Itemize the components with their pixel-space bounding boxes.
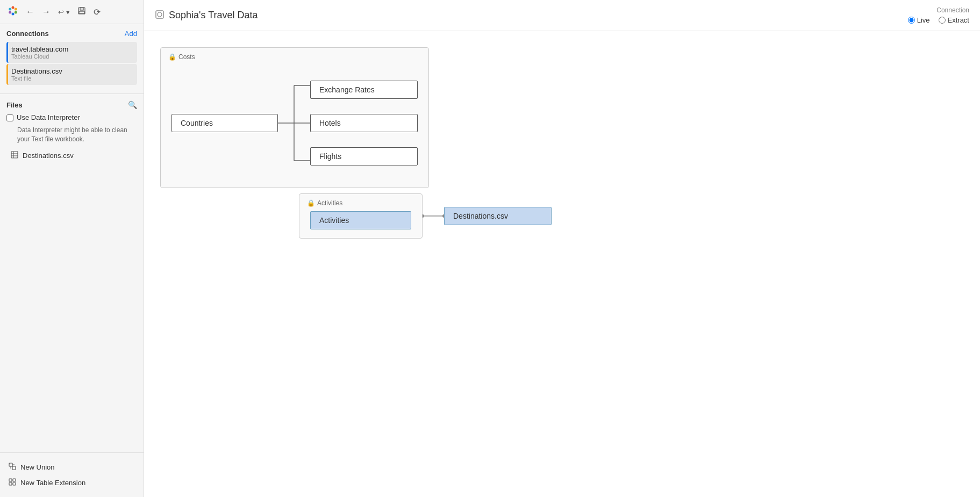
top-toolbar: ← → ↩ ▾ ⟳ <box>0 0 144 24</box>
files-section: Files 🔍 Use Data Interpreter Data Interp… <box>0 98 144 452</box>
live-radio[interactable] <box>908 17 915 24</box>
forward-button[interactable]: → <box>40 6 53 18</box>
svg-point-1 <box>15 8 17 11</box>
activities-row: 🔒 Activities Activities Destinations.csv <box>299 193 964 239</box>
svg-point-5 <box>9 8 11 11</box>
costs-group: 🔒 Costs Countries <box>160 47 429 188</box>
page-title: Sophia's Travel Data <box>169 10 258 21</box>
connections-section: Connections Add travel.tableau.com Table… <box>0 24 144 89</box>
svg-rect-9 <box>11 152 18 158</box>
connection-tableau-name: travel.tableau.com <box>11 45 133 53</box>
extension-icon <box>9 478 16 487</box>
connection-tableau-sub: Tableau Cloud <box>11 53 133 60</box>
svg-rect-20 <box>13 482 16 485</box>
live-label: Live <box>917 16 930 24</box>
right-table-nodes: Exchange Rates Hotels Flights <box>310 81 418 165</box>
destinations-csv-table-node[interactable]: Destinations.csv <box>444 207 552 225</box>
activities-table-node[interactable]: Activities <box>310 211 411 229</box>
colorful-logo-icon <box>5 4 20 19</box>
svg-rect-13 <box>9 463 12 466</box>
sidebar: ← → ↩ ▾ ⟳ Connections Add travel.tableau… <box>0 0 144 497</box>
extract-radio[interactable] <box>939 17 946 24</box>
new-union-label: New Union <box>20 463 55 471</box>
costs-group-label: 🔒 Costs <box>168 53 195 61</box>
add-connection-button[interactable]: Add <box>125 30 137 38</box>
svg-point-0 <box>12 6 15 9</box>
undo-button[interactable]: ↩ ▾ <box>56 7 72 17</box>
union-icon <box>9 463 16 472</box>
main-header: Sophia's Travel Data Connection Live Ext… <box>144 0 980 31</box>
svg-point-22 <box>158 12 162 17</box>
connection-item-tableau[interactable]: travel.tableau.com Tableau Cloud <box>6 42 137 63</box>
use-data-interpreter-row: Use Data Interpreter <box>6 113 137 121</box>
data-interpreter-label: Use Data Interpreter <box>17 113 80 121</box>
connector-svg <box>278 69 310 177</box>
svg-rect-21 <box>156 11 163 18</box>
database-icon <box>155 10 164 21</box>
diagram-wrapper: 🔒 Costs Countries <box>160 47 964 239</box>
connection-csv-sub: Text file <box>11 75 133 82</box>
search-icon[interactable]: 🔍 <box>128 100 137 109</box>
file-item-destinations[interactable]: Destinations.csv <box>6 148 137 163</box>
connection-label: Connection <box>936 6 969 14</box>
svg-point-3 <box>12 13 15 16</box>
activities-group-label: 🔒 Activities <box>307 199 342 207</box>
connections-title: Connections <box>6 30 49 38</box>
new-table-extension-button[interactable]: New Table Extension <box>6 475 137 491</box>
extract-label: Extract <box>948 16 969 24</box>
new-union-button[interactable]: New Union <box>6 459 137 475</box>
data-interpreter-checkbox[interactable] <box>6 114 13 121</box>
countries-table-node[interactable]: Countries <box>171 114 278 132</box>
radio-group: Live Extract <box>908 16 969 24</box>
activities-content: Activities <box>310 211 411 229</box>
refresh-button[interactable]: ⟳ <box>91 6 103 18</box>
costs-content: Countries <box>171 69 418 177</box>
svg-rect-8 <box>79 11 84 13</box>
file-item-name: Destinations.csv <box>23 152 74 160</box>
svg-rect-17 <box>9 479 12 481</box>
hotels-table-node[interactable]: Hotels <box>310 114 418 132</box>
table-icon <box>11 151 18 160</box>
connection-csv-name: Destinations.csv <box>11 67 133 75</box>
back-button[interactable]: ← <box>24 6 37 18</box>
main-content: Sophia's Travel Data Connection Live Ext… <box>144 0 980 497</box>
connection-options: Connection Live Extract <box>908 6 969 24</box>
new-table-extension-label: New Table Extension <box>20 479 85 487</box>
join-connector-svg <box>423 205 444 227</box>
canvas-area: 🔒 Costs Countries <box>144 31 980 497</box>
svg-point-2 <box>15 11 17 14</box>
activities-lock-icon: 🔒 <box>307 199 315 207</box>
exchange-rates-table-node[interactable]: Exchange Rates <box>310 81 418 99</box>
svg-point-4 <box>9 11 11 14</box>
svg-rect-18 <box>13 479 16 481</box>
files-title: Files <box>6 101 23 109</box>
svg-rect-14 <box>12 466 16 470</box>
data-interpreter-desc: Data Interpreter might be able to clean … <box>17 126 137 144</box>
lock-icon: 🔒 <box>168 53 176 61</box>
save-button[interactable] <box>75 5 88 18</box>
svg-rect-19 <box>9 482 12 485</box>
live-radio-option[interactable]: Live <box>908 16 930 24</box>
extract-radio-option[interactable]: Extract <box>939 16 969 24</box>
connection-item-csv[interactable]: Destinations.csv Text file <box>6 64 137 85</box>
bottom-actions: New Union New Table Extension <box>0 452 144 497</box>
page-title-area: Sophia's Travel Data <box>155 10 258 21</box>
flights-table-node[interactable]: Flights <box>310 147 418 165</box>
activities-group: 🔒 Activities Activities <box>299 193 423 239</box>
svg-rect-7 <box>80 8 83 10</box>
